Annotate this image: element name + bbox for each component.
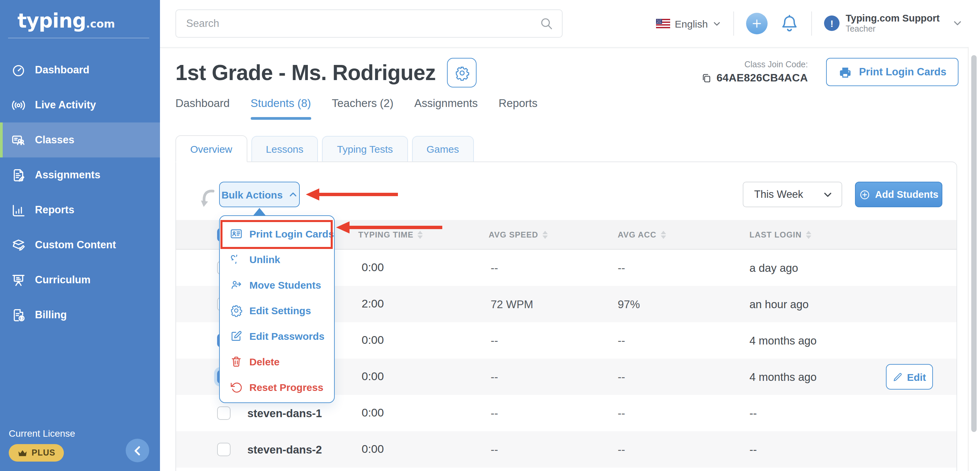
bar-chart-icon	[11, 202, 26, 218]
subtab-overview[interactable]: Overview	[175, 135, 247, 162]
student-name: steven-dans-2	[247, 431, 322, 468]
sidebar-item-reports[interactable]: Reports	[0, 192, 160, 227]
chevron-up-icon	[288, 190, 298, 199]
bulk-actions-label: Bulk Actions	[221, 189, 283, 200]
date-range-select[interactable]: This Week	[743, 182, 842, 207]
easel-icon	[11, 272, 26, 287]
account-menu[interactable]: ! Typing.com Support Teacher	[824, 13, 963, 34]
pencil-square-icon	[230, 329, 243, 342]
search-icon[interactable]	[539, 16, 554, 31]
bulk-actions-button[interactable]: Bulk Actions	[219, 182, 300, 207]
row-checkbox[interactable]	[217, 406, 231, 420]
logo-tld: .com	[86, 18, 115, 30]
sidebar-item-classes[interactable]: Classes	[0, 123, 160, 158]
topbar-right-cluster: English ! Typing.com Support Teacher	[656, 11, 980, 36]
class-title-row: 1st Grade - Ms. Rodriguez	[175, 58, 477, 88]
avg-speed-value: --	[491, 395, 498, 431]
gear-icon	[454, 65, 470, 80]
gauge-icon	[11, 62, 26, 78]
sidebar-item-billing[interactable]: Billing	[0, 297, 160, 332]
pencil-icon	[893, 372, 903, 382]
sidebar-item-curriculum[interactable]: Curriculum	[0, 262, 160, 297]
last-login-value: 4 months ago	[749, 322, 817, 359]
menu-item-print-login-cards[interactable]: Print Login Cards	[220, 221, 334, 246]
last-login-value: an hour ago	[749, 286, 808, 322]
add-students-label: Add Students	[875, 189, 939, 200]
avg-acc-value: 97%	[618, 286, 640, 322]
topbar-divider	[733, 11, 734, 36]
last-login-value: --	[749, 395, 757, 431]
sidebar-item-label: Billing	[35, 309, 67, 321]
header-right: Class Join Code: 64AE826CB4ACA Print Log…	[701, 58, 958, 86]
quick-add-button[interactable]	[746, 13, 768, 34]
page-scrollbar[interactable]	[968, 47, 980, 471]
scrollbar-thumb[interactable]	[971, 55, 977, 432]
subtab-typing-tests[interactable]: Typing Tests	[322, 136, 408, 161]
topbar-divider	[811, 11, 812, 36]
subtab-lessons[interactable]: Lessons	[251, 136, 318, 161]
typing-com-logo[interactable]: typing.com	[18, 10, 115, 32]
print-login-cards-label: Print Login Cards	[859, 66, 947, 78]
app-window: typing.com Dashboard Live Activity Class…	[0, 0, 980, 471]
chevron-left-icon	[132, 445, 143, 456]
tab-students[interactable]: Students (8)	[250, 97, 311, 120]
menu-item-unlink[interactable]: Unlink	[220, 246, 334, 272]
sidebar-item-label: Assignments	[35, 169, 100, 181]
last-login-value: --	[749, 431, 757, 468]
sort-icon	[806, 231, 811, 239]
tab-reports[interactable]: Reports	[499, 97, 538, 120]
column-header-typing-time[interactable]: TYPING TIME	[358, 220, 423, 250]
menu-item-edit-settings[interactable]: Edit Settings	[220, 297, 334, 323]
sidebar-item-custom-content[interactable]: Custom Content	[0, 227, 160, 262]
person-arrow-icon	[230, 278, 243, 291]
invoice-icon	[11, 307, 26, 323]
copy-icon[interactable]	[701, 73, 712, 83]
account-role: Teacher	[846, 24, 940, 34]
main-content: 1st Grade - Ms. Rodriguez Class Join Cod…	[160, 47, 980, 471]
undo-icon	[230, 380, 243, 393]
sidebar-item-live-activity[interactable]: Live Activity	[0, 88, 160, 123]
avg-speed-value: --	[491, 322, 498, 359]
column-header-last-login[interactable]: LAST LOGIN	[749, 220, 811, 250]
sidebar-item-dashboard[interactable]: Dashboard	[0, 53, 160, 88]
menu-item-reset-progress[interactable]: Reset Progress	[220, 374, 334, 400]
menu-item-move-students[interactable]: Move Students	[220, 272, 334, 297]
plus-badge-label: PLUS	[32, 448, 56, 458]
notifications-button[interactable]	[780, 14, 799, 33]
sidebar-footer: Current License PLUS	[9, 428, 75, 461]
sidebar-collapse-button[interactable]	[126, 439, 149, 462]
language-selector[interactable]: English	[656, 18, 721, 29]
sidebar-item-label: Curriculum	[35, 274, 91, 286]
join-code-label: Class Join Code:	[701, 60, 808, 69]
plus-circle-icon	[859, 189, 870, 200]
print-login-cards-button[interactable]: Print Login Cards	[826, 58, 958, 86]
hooked-arrow-icon	[201, 189, 215, 207]
row-checkbox[interactable]	[217, 443, 231, 456]
bell-icon	[780, 14, 799, 33]
account-avatar-icon: !	[824, 16, 840, 31]
crown-icon	[18, 449, 27, 457]
avg-acc-value: --	[618, 431, 625, 468]
tab-teachers[interactable]: Teachers (2)	[332, 97, 393, 120]
chevron-down-icon	[823, 189, 833, 200]
sidebar-item-label: Classes	[35, 134, 74, 146]
sidebar-nav: Dashboard Live Activity Classes Assignme…	[0, 53, 160, 332]
add-students-button[interactable]: Add Students	[855, 182, 942, 207]
tab-dashboard[interactable]: Dashboard	[175, 97, 229, 120]
sort-icon	[660, 231, 666, 239]
sidebar-item-label: Dashboard	[35, 64, 89, 76]
column-header-avg-speed[interactable]: AVG SPEED	[488, 220, 547, 250]
tab-assignments[interactable]: Assignments	[414, 97, 478, 120]
sidebar-item-assignments[interactable]: Assignments	[0, 158, 160, 192]
gear-icon	[230, 304, 243, 316]
menu-item-edit-passwords[interactable]: Edit Passwords	[220, 323, 334, 348]
search-input[interactable]	[175, 10, 563, 38]
subtab-games[interactable]: Games	[412, 136, 474, 161]
menu-item-delete[interactable]: Delete	[220, 348, 334, 374]
class-settings-button[interactable]	[447, 58, 477, 88]
edit-student-button[interactable]: Edit	[886, 364, 933, 390]
avg-speed-value: --	[491, 359, 498, 395]
printer-icon	[838, 65, 852, 79]
column-header-avg-acc[interactable]: AVG ACC	[618, 220, 666, 250]
typing-time-value: 0:00	[362, 395, 384, 431]
